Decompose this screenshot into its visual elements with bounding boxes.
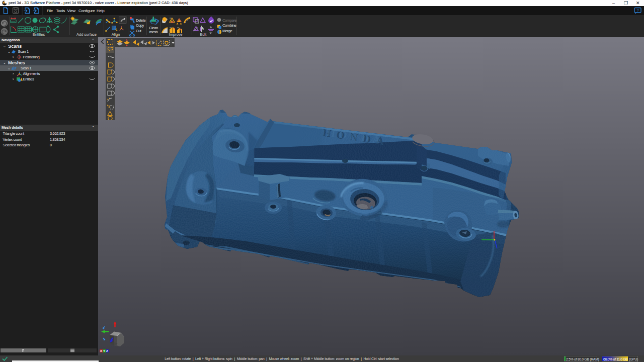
- svg-text:Cut: Cut: [136, 29, 142, 33]
- svg-text:Combine: Combine: [222, 23, 236, 28]
- svg-text:Delete: Delete: [136, 18, 146, 23]
- svg-text:Merge: Merge: [222, 29, 232, 33]
- svg-text:Improve: Improve: [169, 32, 182, 37]
- svg-text:Entities: Entities: [33, 32, 45, 37]
- svg-text:Edit: Edit: [200, 32, 207, 37]
- svg-text:Align: Align: [112, 32, 120, 37]
- svg-text:?: ?: [636, 8, 639, 13]
- svg-text:Compare: Compare: [222, 18, 236, 23]
- svg-text:Copy: Copy: [136, 23, 144, 28]
- svg-text:Add surface: Add surface: [76, 32, 97, 37]
- svg-text:mesh: mesh: [149, 30, 158, 34]
